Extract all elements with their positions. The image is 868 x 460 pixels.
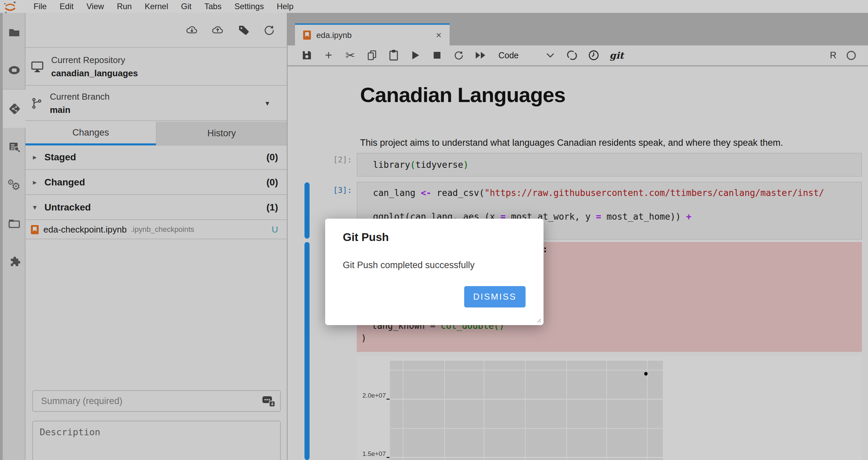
dismiss-button[interactable]: DISMISS [464, 286, 526, 307]
dialog-resize-handle[interactable] [536, 318, 541, 323]
dialog-title: Git Push [343, 231, 389, 244]
jupyterlab-window: File Edit View Run Kernel Git Tabs Setti… [0, 0, 868, 460]
dialog-message: Git Push completed successfully [343, 260, 475, 271]
git-push-dialog: Git Push Git Push completed successfully… [325, 219, 544, 325]
